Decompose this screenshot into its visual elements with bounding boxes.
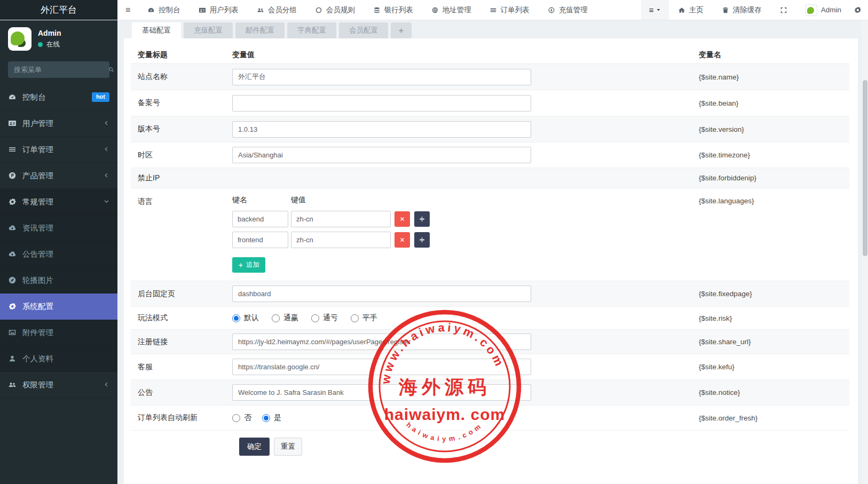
order-fresh-radio[interactable] <box>262 414 270 422</box>
variable-name: {$site.beian} <box>699 99 849 107</box>
value-header: 键值 <box>291 195 306 205</box>
nav-item-member-rules[interactable]: 会员规则 <box>306 0 364 20</box>
form-row-timezone: 时区 {$site.timezone} <box>131 142 849 168</box>
sidebar-item-news-mgmt[interactable]: 资讯管理 <box>0 215 117 241</box>
sidebar-item-permission-mgmt[interactable]: 权限管理 <box>0 372 117 398</box>
kefu-input[interactable] <box>232 359 531 375</box>
tab-dict-config[interactable]: 字典配置 <box>287 22 336 38</box>
sidebar-item-dashboard[interactable]: 控制台hot <box>0 84 117 110</box>
nav-item-bank-list[interactable]: 银行列表 <box>364 0 422 20</box>
menu-label: 轮播图片 <box>22 275 53 285</box>
sidebar-toggle-button[interactable]: ≡ <box>117 0 138 20</box>
add-tab-button[interactable] <box>391 22 412 38</box>
lang-key-input[interactable] <box>232 232 288 248</box>
risk-radio[interactable] <box>272 314 280 322</box>
field-label: 客服 <box>131 362 232 372</box>
sidebar-item-order-mgmt[interactable]: 订单管理 <box>0 137 117 163</box>
sidebar-item-user-mgmt[interactable]: 用户管理 <box>0 110 117 137</box>
nav-label: 会员规则 <box>326 5 355 15</box>
nav-item-recharge-mgmt[interactable]: 充值管理 <box>539 0 597 20</box>
nav-label: 会员分组 <box>268 5 297 15</box>
variable-name: {$site.kefu} <box>699 363 849 371</box>
tab-mail-config[interactable]: 邮件配置 <box>235 22 285 38</box>
sidebar-menu: 控制台hot 用户管理 订单管理 产品管理 常规管理 资讯管理 公告管理 轮播图… <box>0 84 117 398</box>
radio-option-draw[interactable]: 平手 <box>351 313 377 323</box>
radio-option-all-win[interactable]: 通赢 <box>272 313 298 323</box>
home-button[interactable]: 主页 <box>669 0 713 20</box>
lang-value-input[interactable] <box>291 211 391 227</box>
menu-bars-icon: ≡ <box>649 5 654 14</box>
field-label: 后台固定页 <box>131 289 232 299</box>
col-header-title: 变量标题 <box>131 50 232 60</box>
lang-key-input[interactable] <box>232 211 288 227</box>
radio-option-all-lose[interactable]: 通亏 <box>311 313 338 323</box>
form-row-site-name: 站点名称 {$site.name} <box>131 64 849 90</box>
order-fresh-radio[interactable] <box>232 414 240 422</box>
clear-cache-button[interactable]: 清除缓存 <box>713 0 771 20</box>
append-row-button[interactable]: 追加 <box>232 257 265 273</box>
move-row-button[interactable] <box>414 232 430 248</box>
nav-item-user-list[interactable]: 用户列表 <box>190 0 248 20</box>
reset-button[interactable]: 重置 <box>274 438 302 456</box>
timezone-input[interactable] <box>232 147 531 163</box>
sidebar-user-status: 在线 <box>38 40 61 49</box>
site-name-input[interactable] <box>232 69 531 85</box>
menu-label: 常规管理 <box>22 197 53 207</box>
globe-icon <box>431 6 439 14</box>
sidebar-user-name: Admin <box>38 29 61 37</box>
variable-name: {$site.languages} <box>699 195 849 205</box>
nav-item-member-groups[interactable]: 会员分组 <box>248 0 306 20</box>
sidebar-item-carousel-images[interactable]: 轮播图片 <box>0 267 117 293</box>
sidebar-item-announcement-mgmt[interactable]: 公告管理 <box>0 241 117 267</box>
nav-item-dashboard[interactable]: 控制台 <box>138 0 190 20</box>
nav-label: 主页 <box>689 5 704 15</box>
menu-dropdown-button[interactable]: ≡ <box>641 0 669 20</box>
plus-icon <box>398 28 404 34</box>
form-row-fixed-page: 后台固定页 {$site.fixedpage} <box>131 281 849 307</box>
user-menu[interactable]: Admin <box>796 0 850 20</box>
risk-radio[interactable] <box>232 314 240 322</box>
list-icon <box>490 6 497 14</box>
move-row-button[interactable] <box>414 211 430 227</box>
plus-icon <box>238 263 243 268</box>
nav-item-address-mgmt[interactable]: 地址管理 <box>422 0 480 20</box>
risk-radio[interactable] <box>311 314 319 322</box>
delete-row-button[interactable] <box>394 232 410 248</box>
kv-row <box>232 211 699 227</box>
nav-item-order-list[interactable]: 订单列表 <box>480 0 539 20</box>
settings-gears-button[interactable] <box>850 0 868 20</box>
tab-recharge-config[interactable]: 充值配置 <box>184 22 233 38</box>
sidebar-item-system-config[interactable]: 系统配置 <box>0 293 117 320</box>
beian-input[interactable] <box>232 95 531 112</box>
tab-member-config[interactable]: 会员配置 <box>339 22 388 38</box>
radio-option-no[interactable]: 否 <box>232 413 251 423</box>
radio-label: 通赢 <box>283 313 298 323</box>
menu-search-input[interactable] <box>14 66 108 74</box>
sidebar-item-profile[interactable]: 个人资料 <box>0 346 117 372</box>
scrollbar-thumb[interactable] <box>863 80 867 256</box>
avatar <box>806 4 817 16</box>
share-url-input[interactable] <box>232 334 531 350</box>
radio-option-default[interactable]: 默认 <box>232 313 259 323</box>
gauge-icon <box>8 93 17 101</box>
notice-input[interactable] <box>232 384 531 401</box>
version-input[interactable] <box>232 121 531 138</box>
radio-option-yes[interactable]: 是 <box>262 413 281 423</box>
tab-basic-config[interactable]: 基础配置 <box>132 22 181 38</box>
sidebar-item-attachment-mgmt[interactable]: 附件管理 <box>0 320 117 346</box>
fullscreen-button[interactable] <box>771 0 796 20</box>
submit-button[interactable]: 确定 <box>239 438 270 456</box>
sidebar-item-general-mgmt[interactable]: 常规管理 <box>0 189 117 215</box>
risk-radio[interactable] <box>351 314 359 322</box>
close-icon <box>399 216 405 222</box>
field-label: 公告 <box>131 388 232 398</box>
delete-row-button[interactable] <box>394 211 410 227</box>
form-row-customer-service: 客服 {$site.kefu} <box>131 354 849 380</box>
cloud-download-icon <box>8 224 17 232</box>
move-icon <box>419 237 425 243</box>
fixedpage-input[interactable] <box>232 285 531 302</box>
lang-value-input[interactable] <box>291 232 391 248</box>
sidebar-item-product-mgmt[interactable]: 产品管理 <box>0 163 117 189</box>
person-icon <box>8 354 17 363</box>
sidebar-search <box>8 61 109 78</box>
